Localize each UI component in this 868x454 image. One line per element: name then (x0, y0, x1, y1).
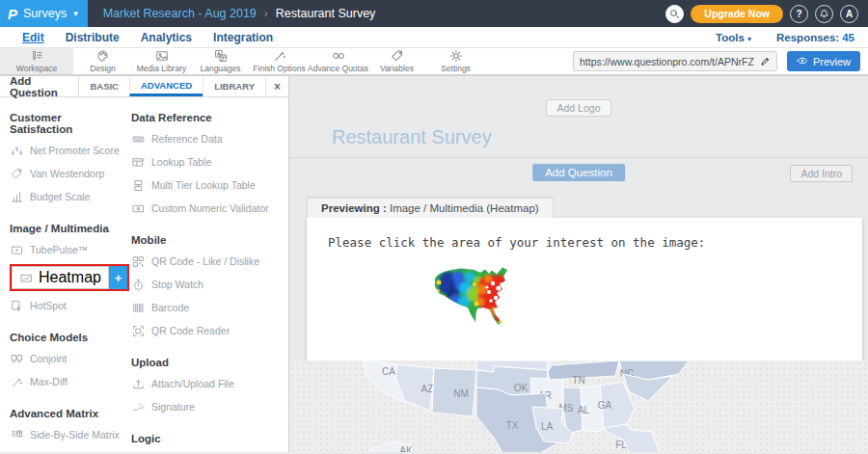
question-type-van-westendorp[interactable]: Van Westendorp (10, 162, 120, 185)
languages-icon (214, 49, 228, 63)
state-label-la: LA (541, 421, 554, 432)
add-question-button[interactable]: Add Question (532, 164, 625, 181)
design-icon (96, 49, 110, 63)
lookup-icon (131, 155, 145, 169)
panel-tab-basic[interactable]: BASIC (78, 76, 129, 96)
toolbar-item-languages[interactable]: Languages (191, 48, 250, 74)
survey-title[interactable]: Restaurant Survey (332, 126, 868, 148)
question-type-label: HotSpot (30, 300, 67, 311)
tools-menu[interactable]: Tools ▾ (716, 32, 751, 43)
question-type-stop-watch[interactable]: Stop Watch (131, 273, 288, 296)
wand-icon (10, 375, 23, 388)
usa-heatmap-image[interactable] (432, 262, 532, 328)
toolbar-item-variables[interactable]: Variables (367, 48, 426, 74)
chevron-down-icon: ▾ (73, 9, 78, 18)
validator-icon (131, 201, 145, 215)
pencil-icon[interactable] (760, 53, 771, 70)
add-logo-button[interactable]: Add Logo (546, 99, 612, 117)
question-type-qr-code-reader[interactable]: QR Code Reader (131, 319, 288, 342)
toolbar-item-label: Workspace (16, 64, 57, 73)
toolbar-item-finish-options[interactable]: Finish Options (250, 48, 309, 74)
question-type-label: Reference Data (151, 133, 223, 145)
question-type-complex-grid-flex-matrix[interactable]: Complex Grid / Flex Matrix (10, 446, 120, 452)
toolbar-item-label: Finish Options (253, 64, 305, 73)
question-type-label: Side-By-Side Matrix (30, 429, 120, 441)
questionpro-logo-icon: P (8, 6, 17, 22)
responses-link[interactable]: Responses:45 (776, 32, 854, 43)
state-label-ca: CA (382, 366, 395, 377)
question-type-qr-code-like-dislike[interactable]: QR Code - Like / Dislike (131, 250, 288, 273)
tag-icon (391, 49, 404, 63)
question-type-tubepulse[interactable]: TubePulse™ (10, 238, 120, 261)
nav-bar: EditDistributeAnalyticsIntegration Tools… (0, 27, 868, 48)
nav-tab-analytics[interactable]: Analytics (130, 31, 203, 44)
panel-tab-library[interactable]: LIBRARY (203, 76, 265, 96)
breadcrumb-survey: Restaurant Survey (276, 7, 376, 20)
toolbar-item-settings[interactable]: Settings (426, 48, 485, 74)
section-title: Choice Models (10, 332, 120, 343)
question-type-max-diff[interactable]: Max-Diff (10, 370, 120, 393)
question-type-label: QR Code Reader (151, 325, 230, 336)
nav-tab-integration[interactable]: Integration (203, 31, 284, 44)
toolbar-item-media-library[interactable]: Media Library (132, 48, 191, 74)
settings-icon (449, 49, 463, 63)
question-type-signature[interactable]: Signature (131, 395, 288, 418)
section-title: Data Reference (131, 112, 288, 123)
question-type-budget-scale[interactable]: Budget Scale (10, 185, 120, 208)
nav-tab-distribute[interactable]: Distribute (55, 31, 130, 44)
question-type-randomizer[interactable]: Randomizer (131, 448, 288, 452)
nav-tab-edit[interactable]: Edit (12, 31, 55, 44)
question-type-attach-upload-file[interactable]: Attach/Upload File (131, 372, 288, 395)
question-type-hotspot[interactable]: HotSpot (10, 294, 120, 317)
qr-icon (131, 254, 145, 268)
state-label-tn: TN (572, 375, 584, 386)
matrix-icon (10, 428, 23, 441)
eye-icon (797, 55, 808, 68)
survey-url-field[interactable]: https://www.questionpro.com/t/APNrFZ (573, 51, 777, 71)
grid-icon (10, 451, 23, 452)
question-type-multi-tier-lookup-table[interactable]: Multi Tier Lookup Table (131, 174, 288, 197)
state-label-ok: OK (514, 383, 529, 393)
state-label-az: AZ (421, 384, 434, 394)
toolbar-item-workspace[interactable]: Workspace (0, 48, 73, 74)
notifications-button[interactable] (815, 5, 833, 23)
question-type-conjoint[interactable]: Conjoint (10, 347, 120, 370)
hotspot-icon (10, 299, 23, 312)
close-panel-button[interactable]: × (265, 76, 288, 96)
panel-tab-advanced[interactable]: ADVANCED (129, 76, 203, 96)
toolbar-item-label: Languages (200, 64, 240, 73)
question-type-custom-numeric-validator[interactable]: Custom Numeric Validator (131, 197, 288, 220)
help-button[interactable]: ? (790, 5, 808, 23)
upgrade-now-button[interactable]: Upgrade Now (691, 5, 783, 23)
toolbar-item-design[interactable]: Design (73, 48, 132, 74)
search-button[interactable] (665, 5, 684, 23)
question-type-lookup-table[interactable]: Lookup Table (131, 150, 288, 174)
breadcrumb: Market Research - Aug 2019 › Restaurant … (103, 7, 376, 20)
preview-button[interactable]: Preview (787, 51, 860, 71)
question-type-barcode[interactable]: Barcode (131, 296, 288, 319)
question-preview-card: Please click the area of your interest o… (307, 218, 862, 361)
search-icon (669, 9, 680, 19)
previewing-tab: Previewing : Image / Multimedia (Heatmap… (307, 198, 554, 218)
question-type-label: Custom Numeric Validator (151, 202, 269, 214)
panel-title: Add Question (0, 76, 78, 96)
workspace-icon (30, 49, 43, 63)
us-map-preview[interactable]: CAAZNMOKARTNNCSCMSALGATXLAFLAK (289, 361, 868, 452)
surveys-menu[interactable]: P Surveys ▾ (0, 0, 88, 27)
breadcrumb-folder[interactable]: Market Research - Aug 2019 (103, 7, 257, 20)
avatar[interactable]: A (840, 5, 858, 23)
add-intro-button[interactable]: Add Intro (790, 165, 853, 182)
section-title: Mobile (131, 234, 288, 246)
bar-chart-icon (10, 190, 23, 203)
question-type-net-promoter-score[interactable]: Net Promoter Score (10, 139, 120, 162)
state-shape-fl[interactable] (604, 424, 660, 452)
question-type-label: Multi Tier Lookup Table (151, 179, 256, 191)
keyboard-icon (131, 132, 145, 146)
toolbar-item-label: Design (90, 64, 115, 73)
question-type-heatmap[interactable]: Heatmap (12, 266, 109, 289)
question-type-side-by-side-matrix[interactable]: Side-By-Side Matrix (10, 423, 120, 446)
question-type-reference-data[interactable]: Reference Data (131, 127, 288, 150)
toolbar-item-advance-quotas[interactable]: Advance Quotas (309, 48, 367, 74)
product-name: Surveys (23, 7, 67, 20)
responses-count: 45 (842, 32, 854, 43)
